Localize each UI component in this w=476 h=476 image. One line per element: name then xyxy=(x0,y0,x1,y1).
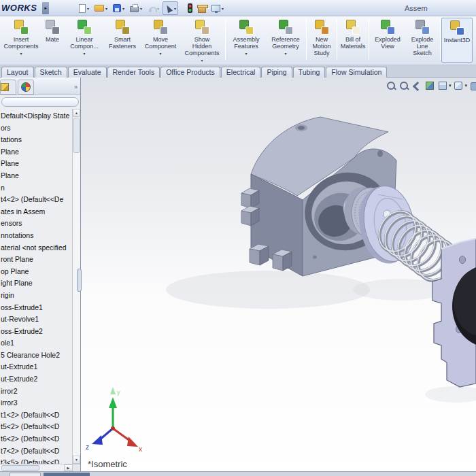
print-button[interactable]: ▾ xyxy=(128,1,144,15)
reference-geometry-icon xyxy=(277,19,294,35)
tab-piping[interactable]: Piping xyxy=(261,67,292,78)
tab-sketch[interactable]: Sketch xyxy=(35,67,67,78)
smart-fasteners-button[interactable]: SmartFasteners xyxy=(103,18,141,63)
scroll-right-arrow[interactable]: ▶ xyxy=(64,464,73,471)
panel-splitter-handle[interactable] xyxy=(77,269,82,292)
reference-geometry-button[interactable]: ReferenceGeometry▾ xyxy=(266,18,305,63)
tree-item[interactable]: ut-Extrude1 xyxy=(0,361,72,373)
open-file-button[interactable]: ▾ xyxy=(92,1,109,15)
tree-item[interactable]: oss-Extrude2 xyxy=(0,326,72,338)
scroll-down-arrow[interactable]: ▼ xyxy=(73,456,80,464)
tree-item[interactable]: t5<2> (Default<<D xyxy=(0,421,72,433)
tree-item[interactable]: ight Plane xyxy=(0,277,72,290)
tree-item[interactable]: n xyxy=(0,182,72,194)
tree-item[interactable]: oss-Extrude1 xyxy=(0,302,72,314)
tree-item[interactable]: t1<2> (Default<<D xyxy=(0,409,72,422)
zoom-to-fit-button[interactable] xyxy=(386,80,396,91)
tree-item[interactable]: irror2 xyxy=(0,386,72,398)
new-motion-study-button[interactable]: NewMotionStudy xyxy=(307,18,336,63)
zoom-to-area-button[interactable] xyxy=(398,80,409,91)
tree-item[interactable]: op Plane xyxy=(0,266,72,278)
instant3d-button[interactable]: Instant3D xyxy=(441,18,473,63)
tree-item[interactable]: nnotations xyxy=(0,230,72,242)
vertical-scroll-thumb[interactable] xyxy=(73,118,80,153)
tree-item[interactable]: t4<2> (Default<<De xyxy=(0,194,72,206)
tree-item[interactable]: ates in Assem xyxy=(0,206,72,218)
assembly-features-button[interactable]: AssemblyFeatures▾ xyxy=(226,18,266,63)
move-component-button[interactable]: MoveComponent▾ xyxy=(141,18,180,63)
command-manager-ribbon: InsertComponents▾MateLinearCompon...▾Sma… xyxy=(0,16,476,65)
zoom-to-fit-icon xyxy=(386,80,396,91)
select-cursor-button[interactable]: ▾ xyxy=(163,1,178,15)
tree-item[interactable]: Plane xyxy=(0,158,72,170)
feature-manager-icon xyxy=(1,83,9,91)
traffic-light-button[interactable] xyxy=(186,1,194,15)
graphics-viewport[interactable]: y x z ▾▾ *Isometric xyxy=(81,78,476,471)
horizontal-scroll-thumb[interactable] xyxy=(1,465,39,471)
tree-item[interactable]: ole1 xyxy=(0,337,72,350)
tab-electrical[interactable]: Electrical xyxy=(221,67,261,78)
move-component-icon xyxy=(152,19,169,35)
bill-of-materials-button[interactable]: Bill ofMaterials xyxy=(338,18,368,63)
show-hidden-components-button[interactable]: ShowHiddenComponents▾ xyxy=(180,18,224,63)
tree-item[interactable]: Plane xyxy=(0,170,72,182)
tree-item[interactable]: irror3 xyxy=(0,397,72,409)
linear-component-pattern-button[interactable]: LinearCompon...▾ xyxy=(65,18,103,63)
tree-item[interactable]: t7<2> (Default<<D xyxy=(0,445,72,458)
motion-study-tab-stub[interactable] xyxy=(44,473,90,476)
show-hidden-components-icon xyxy=(194,19,210,35)
tab-office-products[interactable]: Office Products xyxy=(160,67,220,78)
gift-box-button[interactable] xyxy=(196,1,208,15)
tab-flow-simulation[interactable]: Flow Simulation xyxy=(326,67,387,78)
exploded-view-button[interactable]: ExplodedView xyxy=(370,18,405,63)
tab-tubing[interactable]: Tubing xyxy=(293,67,326,78)
model-tab-stub[interactable] xyxy=(10,473,41,476)
logo-grip-arrow[interactable]: ▸ xyxy=(42,2,49,14)
solidworks-logo: WORKS xyxy=(1,3,37,13)
new-document-button[interactable]: ▾ xyxy=(77,1,91,15)
configuration-manager-tab[interactable] xyxy=(18,80,34,95)
tree-item[interactable]: ensors xyxy=(0,218,72,230)
display-style-button[interactable]: ▾ xyxy=(453,80,467,91)
select-cursor-dropdown[interactable]: ▾ xyxy=(174,6,176,11)
explode-line-sketch-button[interactable]: ExplodeLineSketch xyxy=(405,18,439,63)
undo-button[interactable]: ▾ xyxy=(146,1,161,15)
panel-expand-chevron[interactable]: » xyxy=(74,84,78,90)
section-view-button[interactable] xyxy=(424,80,435,91)
new-document-dropdown[interactable]: ▾ xyxy=(87,6,89,11)
tree-item[interactable]: 5 Clearance Hole2 xyxy=(0,350,72,362)
view-orientation-button[interactable]: ▾ xyxy=(437,80,452,91)
tree-item[interactable]: Default<Display State xyxy=(0,110,72,122)
assembly-graphics[interactable]: y x z xyxy=(81,78,476,471)
open-file-dropdown[interactable]: ▾ xyxy=(105,6,107,11)
monitor-button[interactable]: ▾ xyxy=(209,1,226,15)
previous-view-button[interactable] xyxy=(411,80,422,91)
save-button[interactable]: ▾ xyxy=(111,1,126,15)
new-motion-study-icon xyxy=(313,19,330,35)
tree-horizontal-scrollbar[interactable]: ▶ xyxy=(0,464,81,471)
tree-item[interactable]: t3<5> (Default<<D xyxy=(0,457,72,464)
scroll-up-arrow[interactable]: ▲ xyxy=(73,109,80,117)
quick-toolbar: ▾▾▾▾▾▾▾ xyxy=(76,1,226,16)
tab-evaluate[interactable]: Evaluate xyxy=(68,67,107,78)
monitor-dropdown[interactable]: ▾ xyxy=(222,6,224,11)
tree-item[interactable]: ut-Revolve1 xyxy=(0,313,72,326)
tree-item[interactable]: rigin xyxy=(0,290,72,302)
tree-item[interactable]: Plane xyxy=(0,146,72,158)
print-dropdown[interactable]: ▾ xyxy=(140,6,142,11)
insert-components-button[interactable]: InsertComponents▾ xyxy=(3,18,39,63)
mate-button[interactable]: Mate xyxy=(39,18,65,63)
tree-item[interactable]: ors xyxy=(0,122,72,135)
tree-item[interactable]: t6<2> (Default<<D xyxy=(0,433,72,445)
feature-manager-tab[interactable] xyxy=(0,80,16,95)
undo-dropdown[interactable]: ▾ xyxy=(157,6,159,11)
tree-item[interactable]: tations xyxy=(0,134,72,146)
tab-layout[interactable]: Layout xyxy=(1,67,34,78)
tab-render-tools[interactable]: Render Tools xyxy=(107,67,160,78)
tree-item[interactable]: ront Plane xyxy=(0,254,72,266)
hide-show-items-button[interactable] xyxy=(469,80,475,91)
save-dropdown[interactable]: ▾ xyxy=(122,6,124,11)
hud-toolbar: ▾▾ xyxy=(386,80,475,91)
tree-item[interactable]: aterial <not specified xyxy=(0,242,72,254)
tree-item[interactable]: ut-Extrude2 xyxy=(0,373,72,386)
